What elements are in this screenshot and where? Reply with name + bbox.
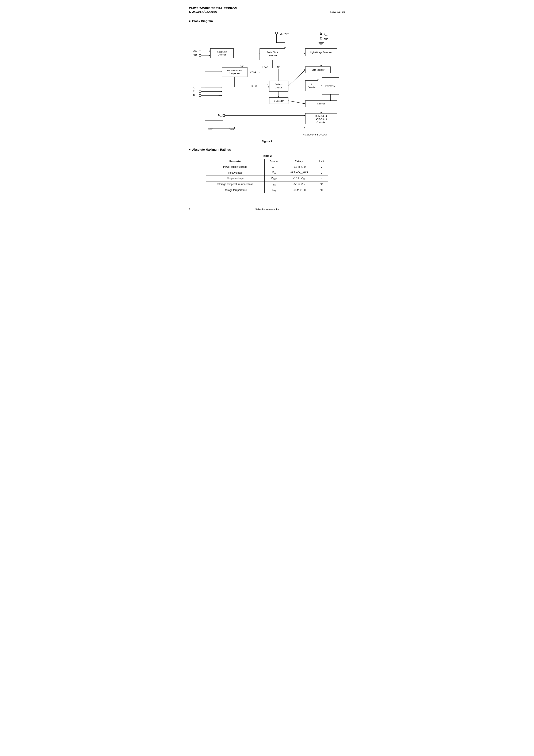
sym-storage-bias: Tbias bbox=[265, 181, 283, 187]
svg-text:A0: A0 bbox=[193, 94, 196, 96]
svg-text:Controller: Controller bbox=[268, 54, 277, 57]
svg-text:A1: A1 bbox=[193, 90, 196, 93]
svg-text:D: D bbox=[218, 114, 220, 117]
svg-rect-92 bbox=[199, 91, 201, 93]
ratings-table: Parameter Symbol Ratings Unit Power supp… bbox=[206, 159, 328, 193]
svg-text:A2: A2 bbox=[193, 87, 196, 89]
svg-text:Controller: Controller bbox=[316, 121, 326, 124]
svg-rect-21 bbox=[210, 48, 233, 58]
svg-text:Y Decoder: Y Decoder bbox=[274, 100, 284, 102]
svg-marker-38 bbox=[320, 66, 322, 67]
col-header-symbol: Symbol bbox=[265, 159, 283, 164]
svg-text:LOAD: LOAD bbox=[262, 66, 268, 68]
rating-output: -0.3 to VCC bbox=[283, 176, 315, 181]
unit-storage: °C bbox=[315, 187, 328, 193]
rating-input: -0.3 to VCC+0.3 bbox=[283, 170, 315, 176]
ratings-title: Absolute Maximum Ratings bbox=[189, 148, 345, 151]
param-storage-bias: Storage temperature under bias bbox=[206, 181, 265, 187]
svg-rect-18 bbox=[199, 54, 201, 56]
svg-rect-95 bbox=[199, 94, 201, 96]
sym-power: VCC bbox=[265, 164, 283, 170]
rating-storage-bias: -50 to +95 bbox=[283, 181, 315, 187]
param-input: Input voltage bbox=[206, 170, 265, 176]
header-title-line2: S-24C01A/02A/04A bbox=[189, 10, 217, 14]
header-revision: Rev. 2.2_30 bbox=[331, 10, 345, 14]
page-number: 2 bbox=[189, 208, 191, 211]
table-row: Storage temperature under bias Tbias -50… bbox=[206, 181, 328, 187]
svg-text:Counter: Counter bbox=[275, 87, 282, 89]
svg-text:EEPROM: EEPROM bbox=[325, 85, 335, 87]
svg-text:SDA: SDA bbox=[193, 54, 197, 56]
svg-marker-52 bbox=[266, 84, 268, 85]
svg-rect-58 bbox=[269, 81, 288, 91]
svg-text:Data Output: Data Output bbox=[315, 115, 327, 117]
sym-output: VOUT bbox=[265, 176, 283, 181]
header-title-line1: CMOS 2-WIRE SERIAL EEPROM bbox=[189, 6, 345, 10]
svg-marker-116 bbox=[234, 127, 236, 128]
svg-marker-34 bbox=[304, 53, 305, 54]
svg-text:IN: IN bbox=[220, 116, 222, 118]
svg-text:Address: Address bbox=[275, 83, 282, 86]
table-title: Table 2 bbox=[189, 154, 345, 157]
block-diagram-title: Block Diagram bbox=[189, 19, 345, 23]
svg-text:Serial Clock: Serial Clock bbox=[267, 51, 278, 54]
svg-marker-20 bbox=[209, 55, 210, 56]
svg-marker-110 bbox=[304, 115, 305, 116]
block-diagram-svg: TEST/WP* VCC GND SCL SDA Start/Stop Dete… bbox=[189, 26, 349, 138]
unit-input: V bbox=[315, 170, 328, 176]
table-row: Output voltage VOUT -0.3 to VCC V bbox=[206, 176, 328, 181]
sym-storage: Tstg bbox=[265, 187, 283, 193]
svg-text:High-Voltage Generator: High-Voltage Generator bbox=[310, 51, 332, 54]
svg-rect-42 bbox=[222, 67, 247, 77]
svg-marker-28 bbox=[221, 71, 222, 72]
table-row: Power supply voltage VCC -0.3 to +7.0 V bbox=[206, 164, 328, 170]
svg-text:Device Address: Device Address bbox=[227, 69, 242, 72]
unit-output: V bbox=[315, 176, 328, 181]
table-row: Input voltage VIN -0.3 to VCC+0.3 V bbox=[206, 170, 328, 176]
svg-rect-67 bbox=[305, 81, 318, 91]
svg-text:X: X bbox=[311, 83, 312, 86]
col-header-parameter: Parameter bbox=[206, 159, 265, 164]
figure-caption: Figure 2 bbox=[189, 140, 345, 143]
svg-text:GND: GND bbox=[324, 38, 328, 40]
svg-line-128 bbox=[288, 70, 305, 86]
col-header-unit: Unit bbox=[315, 159, 328, 164]
svg-rect-14 bbox=[199, 50, 201, 52]
unit-power: V bbox=[315, 164, 328, 170]
svg-text:ACK Output: ACK Output bbox=[315, 118, 327, 121]
svg-text:Detector: Detector bbox=[218, 54, 226, 56]
rating-storage: -65 to +150 bbox=[283, 187, 315, 193]
svg-marker-47 bbox=[259, 71, 260, 73]
unit-storage-bias: °C bbox=[315, 181, 328, 187]
param-output: Output voltage bbox=[206, 176, 265, 181]
svg-text:Selector: Selector bbox=[317, 102, 325, 105]
svg-text:INC: INC bbox=[277, 66, 280, 68]
svg-text:Decoder: Decoder bbox=[307, 86, 316, 89]
block-diagram-section: Block Diagram TEST/WP* VCC GND SCL SDA bbox=[189, 19, 345, 143]
svg-marker-98 bbox=[221, 91, 222, 92]
svg-text:LOAD: LOAD bbox=[239, 65, 244, 67]
ratings-section: Absolute Maximum Ratings Table 2 Paramet… bbox=[189, 148, 345, 193]
svg-text:*   S-24C02A or S-24C04A: * S-24C02A or S-24C04A bbox=[303, 134, 327, 136]
param-storage: Storage temperature bbox=[206, 187, 265, 193]
rating-power: -0.3 to +7.0 bbox=[283, 164, 315, 170]
svg-text:Start/Stop: Start/Stop bbox=[217, 51, 227, 53]
sym-input: VIN bbox=[265, 170, 283, 176]
svg-text:Data Register: Data Register bbox=[311, 69, 325, 71]
svg-rect-108 bbox=[223, 115, 225, 117]
page-footer: 2 Seiko Instruments Inc. bbox=[189, 206, 345, 211]
svg-text:TEST/WP*: TEST/WP* bbox=[279, 33, 289, 35]
svg-rect-7 bbox=[320, 37, 322, 39]
svg-text:VCC: VCC bbox=[324, 33, 328, 36]
company-name: Seiko Instruments Inc. bbox=[255, 208, 280, 211]
svg-marker-114 bbox=[304, 127, 305, 128]
svg-text:COMP: COMP bbox=[250, 71, 256, 74]
svg-text:Comparator: Comparator bbox=[229, 72, 240, 75]
svg-text:SCL: SCL bbox=[193, 50, 197, 52]
param-power: Power supply voltage bbox=[206, 164, 265, 170]
svg-line-74 bbox=[288, 101, 305, 104]
col-header-ratings: Ratings bbox=[283, 159, 315, 164]
svg-rect-89 bbox=[199, 87, 201, 89]
svg-rect-0 bbox=[276, 32, 278, 34]
table-row: Storage temperature Tstg -65 to +150 °C bbox=[206, 187, 328, 193]
